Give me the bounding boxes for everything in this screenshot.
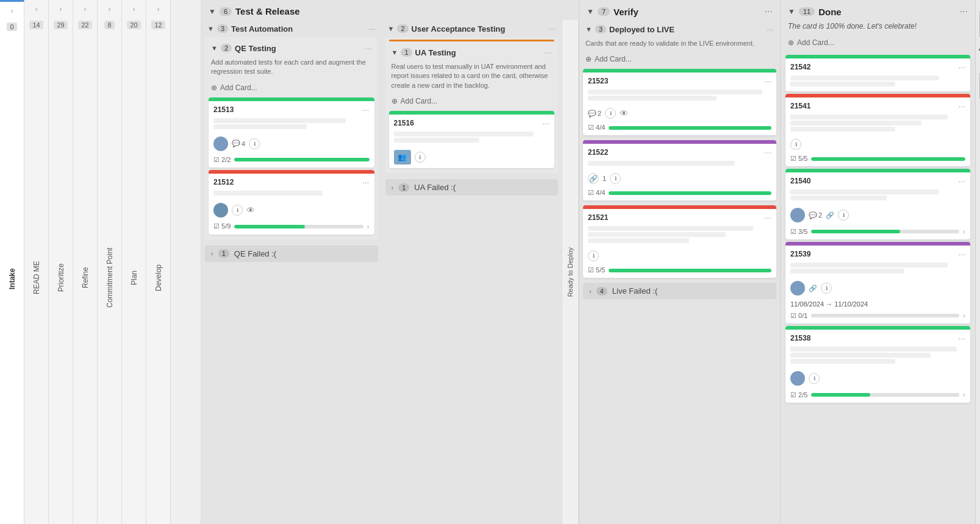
sidebar-chevron-commitment[interactable]: › <box>109 0 111 18</box>
card-21521-id: 21521 <box>588 213 608 222</box>
card-21521[interactable]: 21521 ··· ℹ ☑ 5/5 <box>583 205 776 278</box>
card-21516-menu[interactable]: ··· <box>542 118 549 128</box>
subgroup-test-automation-chevron[interactable]: ▼ <box>207 25 214 32</box>
add-card-done[interactable]: ⊕ Add Card... <box>781 35 975 50</box>
card-21513-chat: 💬 4 <box>232 140 245 147</box>
lane-verify-header: ▼ 7 Verify ··· <box>579 0 780 21</box>
sidebar-chevron-intake[interactable]: › <box>11 2 13 20</box>
sidebar-chevron-plan[interactable]: › <box>133 0 135 18</box>
sidebar-label-commitment[interactable]: Commitment Point <box>106 32 114 524</box>
card-21523-menu[interactable]: ··· <box>764 76 771 86</box>
sidebar-col-readme[interactable]: › 14 READ ME <box>24 0 49 524</box>
lane-verify-menu[interactable]: ··· <box>765 6 773 17</box>
sidebar-count-readme: 14 <box>29 21 43 29</box>
progress-track-21539 <box>811 314 959 317</box>
sidebar-label-plan[interactable]: Plan <box>130 32 138 524</box>
sidebar-chevron-readme[interactable]: › <box>35 0 38 18</box>
collapsed-ua-count: 1 <box>398 183 409 192</box>
plus-icon-deployed: ⊕ <box>585 55 592 63</box>
card-21539[interactable]: 21539 ··· 🔗 ℹ 11/08/2024 → 11/10/2024 ☑ … <box>785 242 970 324</box>
sidebar-label-prioritize[interactable]: Prioritize <box>57 32 65 524</box>
sidebar-label-intake[interactable]: Intake <box>8 34 16 524</box>
card-21516-line2 <box>394 138 480 143</box>
card-21522[interactable]: 21522 ··· 🔗 1 ℹ ☑ 4/4 <box>583 140 776 200</box>
arrow-right-21540[interactable]: › <box>963 227 965 236</box>
add-card-qe[interactable]: ⊕ Add Card... <box>209 80 374 95</box>
card-21538-menu[interactable]: ··· <box>958 333 965 343</box>
subgroup-qe-menu[interactable]: ··· <box>365 43 372 53</box>
lane-test-release-chevron[interactable]: ▼ <box>209 7 216 16</box>
card-21542-id: 21542 <box>790 63 810 71</box>
ready-to-deploy-label: Ready to Deploy <box>562 20 579 524</box>
card-21540-id: 21540 <box>790 177 810 185</box>
sidebar-col-commitment[interactable]: › 8 Commitment Point <box>98 0 122 524</box>
subgroup-test-automation-menu[interactable]: ··· <box>368 24 376 34</box>
sidebar-chevron-refine[interactable]: › <box>84 0 87 18</box>
archive-delete-panel: Archive Delete <box>976 0 980 524</box>
collapsed-ua-failed[interactable]: › 1 UA Failed :( <box>385 179 559 196</box>
sidebar-col-refine[interactable]: › 22 Refine <box>73 0 98 524</box>
subgroup-ua-desc: Real users to test manually in UAT envir… <box>389 61 555 94</box>
subgroup-uat-title: User Acceptance Testing <box>412 24 546 34</box>
card-21522-menu[interactable]: ··· <box>764 147 771 157</box>
subgroup-deployed-menu[interactable]: ··· <box>767 24 774 34</box>
card-21539-footer: 🔗 ℹ <box>785 278 970 299</box>
card-21521-menu[interactable]: ··· <box>764 213 771 222</box>
card-21540-menu[interactable]: ··· <box>958 176 965 186</box>
arrow-right-21539[interactable]: › <box>963 311 965 320</box>
sidebar-label-refine[interactable]: Refine <box>81 32 90 524</box>
card-21541[interactable]: 21541 ··· ℹ ☑ 5/5 <box>785 94 970 166</box>
uat-orange-bar <box>389 40 555 41</box>
card-21539-line2 <box>790 269 904 274</box>
subgroup-qe-chevron[interactable]: ▼ <box>211 44 218 52</box>
arrow-right-21512[interactable]: › <box>367 222 370 231</box>
card-21540-header: 21540 ··· <box>785 172 970 187</box>
card-21523[interactable]: 21523 ··· 💬 2 ℹ 👁 ☑ 4/4 <box>583 69 776 135</box>
subgroup-uat: ▼ 2 User Acceptance Testing ··· ▼ 1 UA T… <box>382 20 562 524</box>
card-21542[interactable]: 21542 ··· <box>785 55 970 91</box>
lane-verify-chevron[interactable]: ▼ <box>587 7 594 16</box>
card-21516-line1 <box>394 132 534 136</box>
subgroup-uat-menu[interactable]: ··· <box>548 24 556 34</box>
subgroup-ua-menu[interactable]: ··· <box>545 48 552 57</box>
subgroup-uat-chevron[interactable]: ▼ <box>388 25 395 32</box>
card-21516[interactable]: 21516 ··· 👥 ℹ <box>389 111 555 168</box>
card-21512[interactable]: 21512 ··· ℹ 👁 ☑ 5/9 <box>209 170 374 235</box>
collapsed-qe-count: 1 <box>218 249 229 258</box>
card-21541-line1 <box>790 115 948 119</box>
add-card-uat[interactable]: ⊕ Add Card... <box>389 94 555 108</box>
sidebar-col-plan[interactable]: › 20 Plan <box>122 0 146 524</box>
card-21516-body <box>389 129 555 147</box>
sidebar-label-readme[interactable]: READ ME <box>32 32 41 524</box>
lane-done-menu[interactable]: ··· <box>960 6 968 17</box>
sidebar-col-develop[interactable]: › 12 Develop <box>146 0 171 524</box>
subgroup-ua-chevron[interactable]: ▼ <box>392 49 398 56</box>
card-21540-link-icon: 🔗 <box>826 211 834 219</box>
card-21539-line1 <box>790 263 948 267</box>
card-21538[interactable]: 21538 ··· ℹ ☑ 2/5 › <box>785 326 970 403</box>
card-21539-menu[interactable]: ··· <box>958 249 965 259</box>
sidebar-label-develop[interactable]: Develop <box>154 32 163 524</box>
card-21512-menu[interactable]: ··· <box>362 177 370 187</box>
add-card-deployed[interactable]: ⊕ Add Card... <box>583 52 776 66</box>
card-21538-line2 <box>790 353 931 358</box>
arrow-right-21538[interactable]: › <box>963 391 965 399</box>
collapsed-live-failed[interactable]: › 4 Live Failed :( <box>583 283 776 299</box>
lane-test-release-header: ▼ 6 Test & Release <box>201 0 579 20</box>
collapsed-qe-failed[interactable]: › 1 QE Failed :( <box>205 246 378 262</box>
card-21513-menu[interactable]: ··· <box>362 105 370 115</box>
card-21541-menu[interactable]: ··· <box>958 101 965 111</box>
sidebar-col-prioritize[interactable]: › 29 Prioritize <box>49 0 73 524</box>
lane-done-chevron[interactable]: ▼ <box>788 7 795 16</box>
card-21513[interactable]: 21513 ··· 💬 4 <box>209 97 374 168</box>
card-21522-header: 21522 ··· <box>583 144 776 158</box>
card-21523-line1 <box>588 90 762 94</box>
subgroup-deployed-chevron[interactable]: ▼ <box>585 26 592 33</box>
card-21540[interactable]: 21540 ··· 💬 2 🔗 ℹ ☑ 3/5 <box>785 169 970 239</box>
sidebar-chevron-prioritize[interactable]: › <box>60 0 62 18</box>
card-21542-menu[interactable]: ··· <box>958 62 965 72</box>
lane-done-header: ▼ 11 Done ··· <box>781 0 975 21</box>
sidebar-col-intake[interactable]: › 0 Intake <box>0 0 24 524</box>
sidebar-chevron-develop[interactable]: › <box>157 0 160 18</box>
card-21523-info: ℹ <box>605 108 616 119</box>
